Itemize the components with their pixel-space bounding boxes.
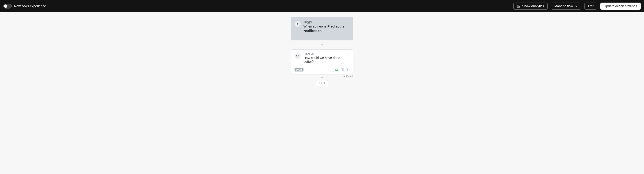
ab-test-icon — [340, 68, 344, 71]
lightning-small-icon — [343, 75, 345, 77]
svg-rect-8 — [341, 68, 342, 71]
exit-node[interactable]: EXIT — [316, 80, 328, 86]
svg-rect-3 — [518, 6, 519, 7]
trigger-suffix: . — [322, 29, 322, 33]
draft-badge: Draft — [294, 68, 304, 71]
svg-rect-2 — [518, 6, 518, 7]
flow-column: Trigger When someone Predispute Notifica… — [291, 17, 353, 86]
status-icons — [335, 68, 350, 71]
day-text: Day 0 — [346, 75, 353, 78]
connector-dot-2[interactable] — [321, 77, 323, 78]
update-action-statuses-button[interactable]: Update action statuses — [600, 3, 641, 10]
exit-button[interactable]: Exit — [584, 3, 597, 10]
email-card-menu[interactable] — [345, 52, 350, 57]
svg-rect-9 — [343, 68, 344, 71]
trigger-prefix: When someone — [304, 25, 328, 28]
flow-canvas[interactable]: Trigger When someone Predispute Notifica… — [0, 12, 644, 174]
filter-icon — [346, 68, 350, 71]
exit-label: Exit — [588, 4, 593, 8]
toggle-label: New flows experience — [14, 4, 46, 8]
smart-send-icon — [335, 68, 339, 71]
show-analytics-label: Show analytics — [522, 4, 544, 8]
connector-dot-1[interactable] — [321, 44, 323, 45]
email-top: Email #1 How could we have done better? — [291, 50, 353, 66]
connector-2 — [322, 74, 322, 80]
top-bar: New flows experience Show analytics Mana… — [0, 0, 644, 12]
email-bottom: Draft — [291, 66, 353, 74]
connector-1 — [322, 40, 322, 49]
trigger-card[interactable]: Trigger When someone Predispute Notifica… — [291, 17, 353, 40]
email-title: How could we have done better? — [304, 56, 342, 63]
dots-horizontal-icon — [345, 53, 349, 57]
show-analytics-button[interactable]: Show analytics — [513, 3, 548, 10]
svg-rect-4 — [520, 6, 520, 7]
email-icon-wrap — [294, 53, 301, 59]
envelope-icon — [296, 54, 299, 58]
trigger-text: When someone Predispute Notification. — [304, 24, 350, 33]
svg-point-7 — [348, 55, 348, 55]
email-meta: Email #1 How could we have done better? — [304, 52, 342, 63]
svg-point-5 — [346, 55, 346, 55]
manage-flow-button[interactable]: Manage flow — [551, 3, 581, 10]
topbar-left: New flows experience — [3, 4, 46, 9]
email-label: Email #1 — [304, 52, 342, 56]
svg-point-6 — [347, 55, 347, 55]
new-flows-toggle[interactable] — [3, 4, 12, 9]
toggle-knob — [4, 5, 7, 8]
email-card[interactable]: Email #1 How could we have done better? … — [291, 49, 353, 74]
trigger-body: Trigger When someone Predispute Notifica… — [304, 21, 350, 33]
chevron-down-icon — [575, 5, 578, 8]
lightning-icon — [296, 23, 299, 25]
update-action-statuses-label: Update action statuses — [604, 4, 637, 8]
analytics-icon — [517, 5, 520, 8]
trigger-icon-wrap — [294, 21, 301, 27]
manage-flow-label: Manage flow — [554, 4, 573, 8]
topbar-right: Show analytics Manage flow Exit Update a… — [513, 3, 641, 10]
trigger-label: Trigger — [304, 21, 350, 24]
